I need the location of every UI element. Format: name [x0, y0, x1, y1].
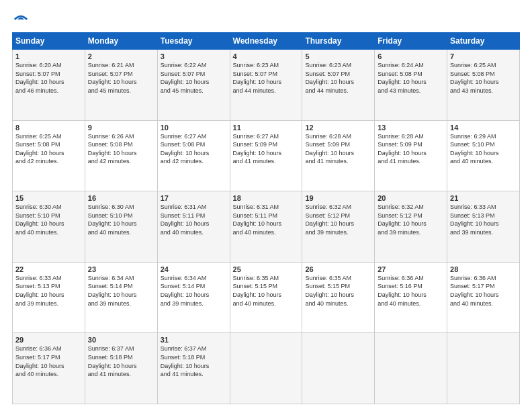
day-cell: 13Sunrise: 6:28 AM Sunset: 5:09 PM Dayli… — [375, 120, 447, 191]
header-row: SundayMondayTuesdayWednesdayThursdayFrid… — [13, 33, 520, 50]
day-number: 7 — [450, 52, 517, 60]
day-number: 28 — [450, 265, 517, 273]
day-info: Sunrise: 6:32 AM Sunset: 5:12 PM Dayligh… — [305, 203, 371, 236]
day-number: 29 — [15, 336, 82, 344]
day-cell: 31Sunrise: 6:37 AM Sunset: 5:18 PM Dayli… — [157, 333, 230, 404]
day-info: Sunrise: 6:37 AM Sunset: 5:18 PM Dayligh… — [88, 345, 154, 378]
day-number: 12 — [305, 124, 371, 132]
day-info: Sunrise: 6:35 AM Sunset: 5:15 PM Dayligh… — [305, 274, 371, 308]
day-number: 4 — [233, 52, 300, 60]
day-info: Sunrise: 6:25 AM Sunset: 5:08 PM Dayligh… — [15, 132, 82, 166]
day-number: 22 — [15, 265, 82, 273]
day-cell: 12Sunrise: 6:28 AM Sunset: 5:09 PM Dayli… — [302, 120, 375, 191]
day-number: 27 — [378, 265, 444, 273]
day-info: Sunrise: 6:30 AM Sunset: 5:10 PM Dayligh… — [88, 203, 154, 236]
week-row-0: 1Sunrise: 6:20 AM Sunset: 5:07 PM Daylig… — [13, 50, 520, 121]
day-number: 21 — [450, 194, 517, 202]
calendar-table: SundayMondayTuesdayWednesdayThursdayFrid… — [12, 32, 520, 404]
page: SundayMondayTuesdayWednesdayThursdayFrid… — [0, 0, 532, 411]
day-info: Sunrise: 6:31 AM Sunset: 5:11 PM Dayligh… — [161, 203, 227, 236]
day-cell — [302, 333, 375, 404]
day-info: Sunrise: 6:33 AM Sunset: 5:13 PM Dayligh… — [15, 274, 82, 308]
day-info: Sunrise: 6:35 AM Sunset: 5:15 PM Dayligh… — [233, 274, 300, 308]
day-number: 8 — [15, 124, 82, 132]
day-cell: 1Sunrise: 6:20 AM Sunset: 5:07 PM Daylig… — [13, 50, 85, 121]
day-cell: 30Sunrise: 6:37 AM Sunset: 5:18 PM Dayli… — [85, 333, 157, 404]
day-number: 14 — [450, 124, 517, 132]
day-number: 19 — [305, 194, 371, 202]
day-info: Sunrise: 6:24 AM Sunset: 5:08 PM Dayligh… — [378, 61, 444, 95]
day-number: 2 — [88, 52, 154, 60]
day-cell: 11Sunrise: 6:27 AM Sunset: 5:09 PM Dayli… — [230, 120, 302, 191]
day-number: 11 — [233, 124, 300, 132]
logo-icon — [13, 12, 28, 27]
week-row-2: 15Sunrise: 6:30 AM Sunset: 5:10 PM Dayli… — [13, 191, 520, 263]
day-cell: 14Sunrise: 6:29 AM Sunset: 5:10 PM Dayli… — [447, 120, 520, 191]
day-cell: 5Sunrise: 6:23 AM Sunset: 5:07 PM Daylig… — [302, 50, 375, 121]
day-cell: 24Sunrise: 6:34 AM Sunset: 5:14 PM Dayli… — [157, 262, 230, 333]
day-info: Sunrise: 6:22 AM Sunset: 5:07 PM Dayligh… — [161, 61, 227, 95]
day-info: Sunrise: 6:21 AM Sunset: 5:07 PM Dayligh… — [88, 61, 154, 95]
header-cell-friday: Friday — [375, 33, 447, 50]
day-info: Sunrise: 6:36 AM Sunset: 5:16 PM Dayligh… — [378, 274, 444, 308]
day-cell: 16Sunrise: 6:30 AM Sunset: 5:10 PM Dayli… — [85, 191, 157, 263]
day-number: 9 — [88, 124, 154, 132]
day-number: 20 — [378, 194, 444, 202]
day-number: 31 — [161, 336, 227, 344]
day-info: Sunrise: 6:25 AM Sunset: 5:08 PM Dayligh… — [450, 61, 517, 95]
header-cell-wednesday: Wednesday — [230, 33, 302, 50]
day-cell: 25Sunrise: 6:35 AM Sunset: 5:15 PM Dayli… — [230, 262, 302, 333]
header-cell-saturday: Saturday — [447, 33, 520, 50]
day-cell: 26Sunrise: 6:35 AM Sunset: 5:15 PM Dayli… — [302, 262, 375, 333]
day-number: 3 — [161, 52, 227, 60]
day-info: Sunrise: 6:36 AM Sunset: 5:17 PM Dayligh… — [15, 345, 82, 378]
day-info: Sunrise: 6:20 AM Sunset: 5:07 PM Dayligh… — [15, 61, 82, 95]
day-cell: 28Sunrise: 6:36 AM Sunset: 5:17 PM Dayli… — [447, 262, 520, 333]
day-number: 30 — [88, 336, 154, 344]
header-cell-thursday: Thursday — [302, 33, 375, 50]
day-info: Sunrise: 6:34 AM Sunset: 5:14 PM Dayligh… — [88, 274, 154, 308]
day-cell: 20Sunrise: 6:32 AM Sunset: 5:12 PM Dayli… — [375, 191, 447, 263]
day-info: Sunrise: 6:28 AM Sunset: 5:09 PM Dayligh… — [305, 132, 371, 166]
day-info: Sunrise: 6:30 AM Sunset: 5:10 PM Dayligh… — [15, 203, 82, 236]
day-cell: 15Sunrise: 6:30 AM Sunset: 5:10 PM Dayli… — [13, 191, 85, 263]
day-cell — [230, 333, 302, 404]
week-row-1: 8Sunrise: 6:25 AM Sunset: 5:08 PM Daylig… — [13, 120, 520, 191]
header-cell-tuesday: Tuesday — [157, 33, 230, 50]
day-cell: 17Sunrise: 6:31 AM Sunset: 5:11 PM Dayli… — [157, 191, 230, 263]
day-number: 5 — [305, 52, 371, 60]
day-number: 16 — [88, 194, 154, 202]
day-cell — [447, 333, 520, 404]
day-number: 6 — [378, 52, 444, 60]
day-cell — [375, 333, 447, 404]
day-info: Sunrise: 6:33 AM Sunset: 5:13 PM Dayligh… — [450, 203, 517, 236]
week-row-3: 22Sunrise: 6:33 AM Sunset: 5:13 PM Dayli… — [13, 262, 520, 333]
day-cell: 23Sunrise: 6:34 AM Sunset: 5:14 PM Dayli… — [85, 262, 157, 333]
header-cell-monday: Monday — [85, 33, 157, 50]
day-info: Sunrise: 6:32 AM Sunset: 5:12 PM Dayligh… — [378, 203, 444, 236]
day-cell: 4Sunrise: 6:23 AM Sunset: 5:07 PM Daylig… — [230, 50, 302, 121]
day-number: 1 — [15, 52, 82, 60]
day-cell: 7Sunrise: 6:25 AM Sunset: 5:08 PM Daylig… — [447, 50, 520, 121]
day-number: 24 — [161, 265, 227, 273]
day-cell: 18Sunrise: 6:31 AM Sunset: 5:11 PM Dayli… — [230, 191, 302, 263]
day-cell: 3Sunrise: 6:22 AM Sunset: 5:07 PM Daylig… — [157, 50, 230, 121]
day-info: Sunrise: 6:27 AM Sunset: 5:09 PM Dayligh… — [233, 132, 300, 166]
day-cell: 29Sunrise: 6:36 AM Sunset: 5:17 PM Dayli… — [13, 333, 85, 404]
day-info: Sunrise: 6:23 AM Sunset: 5:07 PM Dayligh… — [233, 61, 300, 95]
header — [12, 12, 520, 27]
header-cell-sunday: Sunday — [13, 33, 85, 50]
day-info: Sunrise: 6:31 AM Sunset: 5:11 PM Dayligh… — [233, 203, 300, 236]
day-number: 26 — [305, 265, 371, 273]
day-number: 17 — [161, 194, 227, 202]
day-number: 25 — [233, 265, 300, 273]
day-number: 23 — [88, 265, 154, 273]
day-info: Sunrise: 6:36 AM Sunset: 5:17 PM Dayligh… — [450, 274, 517, 308]
logo — [12, 12, 28, 27]
day-cell: 6Sunrise: 6:24 AM Sunset: 5:08 PM Daylig… — [375, 50, 447, 121]
day-info: Sunrise: 6:26 AM Sunset: 5:08 PM Dayligh… — [88, 132, 154, 166]
day-cell: 27Sunrise: 6:36 AM Sunset: 5:16 PM Dayli… — [375, 262, 447, 333]
week-row-4: 29Sunrise: 6:36 AM Sunset: 5:17 PM Dayli… — [13, 333, 520, 404]
day-cell: 19Sunrise: 6:32 AM Sunset: 5:12 PM Dayli… — [302, 191, 375, 263]
day-cell: 22Sunrise: 6:33 AM Sunset: 5:13 PM Dayli… — [13, 262, 85, 333]
